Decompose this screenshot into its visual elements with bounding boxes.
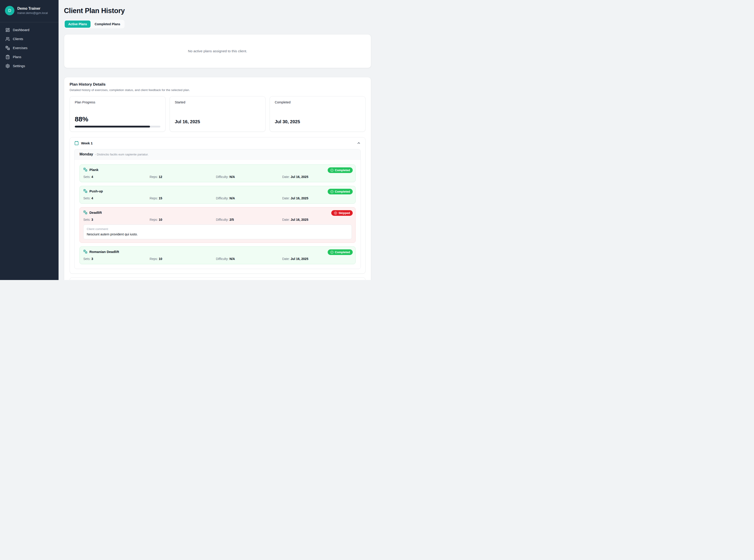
exercise-card: Deadlift Skipped Sets: 3 Reps: 10 Diffic… [80,207,355,243]
details-subtitle: Detailed history of exercises, completio… [69,88,366,92]
exercise-name: Push-up [89,189,103,193]
status-badge-label: Completed [335,168,350,172]
sidebar-item-clients[interactable]: Clients [0,35,59,43]
status-badge: Skipped [331,210,353,216]
client-comment-text: Nesciunt autem provident qui iusto. [87,233,348,236]
exercise-name: Deadlift [89,211,102,215]
sidebar-item-label: Dashboard [13,28,29,32]
active-plans-empty-card: No active plans assigned to this client. [64,34,371,68]
chevron-up-icon [357,141,361,145]
difficulty-cell: Difficulty: 2/5 [216,218,282,221]
dumbbell-icon [5,46,10,50]
week-header[interactable]: Week 1 [70,137,365,149]
sidebar: D Demo Trainer trainer.demo@gym.local Da… [0,0,59,280]
started-card: Started Jul 16, 2025 [169,96,266,132]
exercise-list: Plank Completed Sets: 4 Reps: 12 Difficu… [75,159,361,269]
dumbbell-icon [83,211,87,215]
sidebar-item-label: Exercises [13,46,27,50]
check-circle-icon [330,190,333,193]
exercise-card: Plank Completed Sets: 4 Reps: 12 Difficu… [80,164,355,182]
exercise-card: Romanian Deadlift Completed Sets: 3 Reps… [80,246,355,264]
reps-cell: Reps: 10 [149,257,216,261]
difficulty-cell: Difficulty: N/A [216,196,282,200]
sets-cell: Sets: 3 [83,218,149,221]
progress-bar-fill [75,126,150,127]
sidebar-item-plans[interactable]: Plans [0,53,59,61]
sets-cell: Sets: 4 [83,175,149,179]
next-week-section [69,277,366,280]
dashboard-icon [5,28,10,32]
plan-history-details-card: Plan History Details Detailed history of… [64,77,371,280]
client-comment-box: Client comment: Nesciunt autem provident… [83,225,352,239]
tab-completed-plans[interactable]: Completed Plans [91,20,124,28]
x-circle-icon [334,212,337,215]
exercise-card: Push-up Completed Sets: 4 Reps: 15 Diffi… [80,186,355,204]
exercise-name: Plank [89,168,98,172]
check-circle-icon [330,251,333,254]
progress-bar-track [75,126,160,127]
sidebar-item-label: Clients [13,37,23,41]
status-badge: Completed [328,167,353,173]
check-circle-icon [330,169,333,172]
empty-state-message: No active plans assigned to this client. [188,49,247,53]
sidebar-item-exercises[interactable]: Exercises [0,43,59,53]
dumbbell-icon [83,189,87,193]
completed-label: Completed [275,100,360,104]
clipboard-icon [5,55,10,59]
sidebar-item-settings[interactable]: Settings [0,61,59,71]
status-badge-label: Skipped [339,211,350,215]
sidebar-nav: Dashboard Clients Exercises Plans Settin… [0,22,59,74]
started-value: Jul 16, 2025 [175,119,260,124]
dumbbell-icon [83,167,87,172]
difficulty-cell: Difficulty: N/A [216,175,282,179]
plan-tabs: Active Plans Completed Plans [64,20,125,28]
day-name: Monday [80,152,93,156]
day-header: Monday - Distinctio facilis eum sapiente… [75,149,361,159]
gear-icon [5,64,10,68]
reps-cell: Reps: 10 [149,218,216,221]
user-name: Demo Trainer [17,6,48,11]
date-cell: Date: Jul 16, 2025 [282,257,352,261]
completed-card: Completed Jul 30, 2025 [269,96,366,132]
sets-cell: Sets: 4 [83,196,149,200]
sidebar-item-dashboard[interactable]: Dashboard [0,25,59,35]
started-label: Started [175,100,260,104]
date-cell: Date: Jul 16, 2025 [282,175,352,179]
date-cell: Date: Jul 16, 2025 [282,196,352,200]
user-email: trainer.demo@gym.local [17,12,48,15]
details-title: Plan History Details [69,82,366,87]
avatar: D [5,6,15,15]
page-title: Client Plan History [64,7,371,15]
collapse-week-button[interactable] [357,141,361,145]
stats-grid: Plan Progress 88% Started Jul 16, 2025 C… [69,96,366,132]
day-card: Monday - Distinctio facilis eum sapiente… [74,149,361,269]
sidebar-item-label: Plans [13,55,21,59]
status-badge-label: Completed [335,251,350,254]
tab-active-plans[interactable]: Active Plans [65,20,90,28]
day-note: - Distinctio facilis eum sapiente pariat… [95,153,148,156]
main-content: Client Plan History Active Plans Complet… [59,0,377,280]
reps-cell: Reps: 15 [149,196,216,200]
completed-value: Jul 30, 2025 [275,119,360,124]
plan-progress-value: 88% [75,115,160,123]
status-badge-label: Completed [335,190,350,193]
dumbbell-icon [83,249,87,254]
week-title: Week 1 [81,141,93,145]
week-section: Week 1 Monday - Distinctio facilis eum s… [69,137,366,274]
calendar-icon [74,141,79,145]
sidebar-item-label: Settings [13,64,25,68]
reps-cell: Reps: 12 [149,175,216,179]
avatar-initial: D [8,8,11,13]
users-icon [5,37,10,41]
user-profile: D Demo Trainer trainer.demo@gym.local [0,0,59,22]
status-badge: Completed [328,189,353,194]
date-cell: Date: Jul 16, 2025 [282,218,352,221]
exercise-name: Romanian Deadlift [89,250,119,254]
plan-progress-card: Plan Progress 88% [69,96,165,132]
sets-cell: Sets: 3 [83,257,149,261]
client-comment-label: Client comment: [87,227,348,231]
difficulty-cell: Difficulty: N/A [216,257,282,261]
plan-progress-label: Plan Progress [75,100,160,104]
status-badge: Completed [328,249,353,255]
